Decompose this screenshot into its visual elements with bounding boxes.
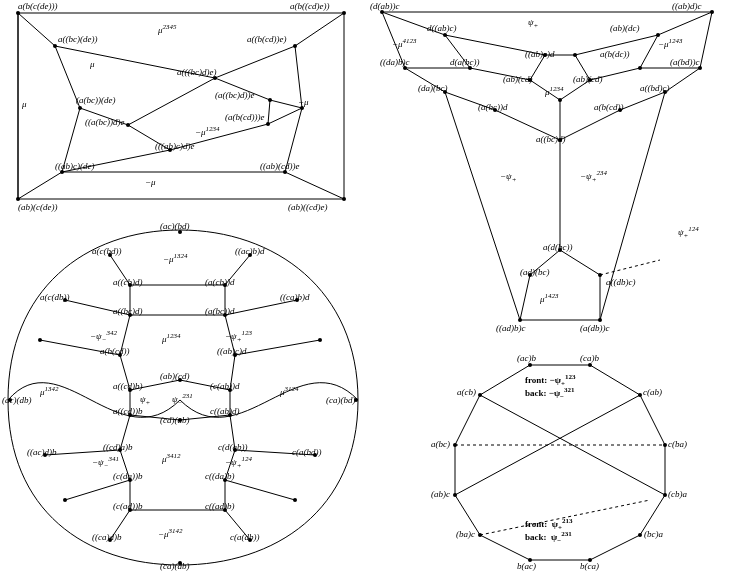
- face-label: μ3412: [162, 455, 181, 464]
- vertex-label: (ad)(bc): [520, 268, 549, 277]
- vertex-label: c(ab): [643, 388, 662, 397]
- svg-line-19: [215, 46, 295, 78]
- vertex-label: d((ab)c): [427, 24, 456, 33]
- vertex-label: a(b(cd)): [594, 103, 623, 112]
- vertex-label: b(ac): [517, 562, 536, 571]
- face-label: ψ−231: [172, 395, 193, 404]
- svg-line-62: [658, 12, 712, 35]
- svg-line-83: [560, 110, 620, 140]
- face-label: −μ3142: [158, 530, 183, 539]
- vertex-label: (ca)b: [580, 354, 599, 363]
- svg-line-90: [520, 275, 530, 320]
- vertex-label: (ab)c: [431, 490, 450, 499]
- vertex-label: (c(ad))b: [113, 502, 142, 511]
- vertex-label: ((ab)c)d: [525, 50, 554, 59]
- face-label: −ψ+123: [225, 332, 252, 341]
- vertex-label: c((ad)b): [205, 502, 234, 511]
- vertex-label: ((ab)d)c: [672, 2, 701, 11]
- face-label: −μ: [298, 98, 309, 107]
- vertex-label: (a((bc)d))e: [215, 91, 254, 100]
- face-label: ψ+124: [678, 228, 699, 237]
- vertex-label: (ab)(cd): [573, 75, 602, 84]
- vertex-label: (a(bc))d: [205, 307, 234, 316]
- vertex-label: ((ab)c)d: [217, 347, 246, 356]
- vertex-label: c((ab)d): [210, 407, 239, 416]
- vertex-label: ((ac)d)b: [27, 448, 56, 457]
- vertex-label: ((ab)c)(de): [55, 162, 94, 171]
- vertex-label: ((ad)b)c: [496, 324, 525, 333]
- svg-line-157: [225, 480, 295, 500]
- vertex-label: (c(da))b: [113, 472, 142, 481]
- vertex-label: a((bc)(de)): [58, 35, 97, 44]
- vertex-label: a((bc)d): [536, 135, 565, 144]
- face-label: μ: [90, 60, 95, 69]
- vertex-label: a(b(cd)): [100, 347, 129, 356]
- svg-line-138: [235, 340, 320, 355]
- vertex-label: ((cd)a)b: [103, 443, 132, 452]
- vertex-label: a(b((cd)e)): [290, 2, 329, 11]
- vertex-label: a(d(bc)): [543, 243, 572, 252]
- svg-line-34: [285, 172, 344, 199]
- vertex-label: ((da)b)c: [380, 58, 409, 67]
- vertex-label: a(c(db)): [40, 293, 69, 302]
- vertex-label: c(ba): [668, 440, 687, 449]
- vertex-label: (ab)(dc): [610, 24, 639, 33]
- vertex-label: a(c(bd)): [92, 247, 121, 256]
- legend-front-top: front: −ψ+123: [525, 376, 575, 385]
- legend-back-bot: back: ψ−231: [525, 533, 572, 542]
- svg-line-17: [295, 13, 344, 46]
- face-label: −μ4123: [392, 40, 417, 49]
- vertex-label: a((bc)d): [113, 307, 142, 316]
- vertex-label: (a(bd))c: [670, 58, 699, 67]
- face-label: −μ: [145, 178, 156, 187]
- vertex-label: (c(ab))d: [210, 382, 239, 391]
- svg-line-22: [128, 78, 215, 125]
- vertex-label: a((cd))b: [113, 407, 142, 416]
- vertex-label: ((ac)b)d: [235, 247, 264, 256]
- svg-line-93: [600, 260, 660, 275]
- vertex-label: ((ca)d)b: [92, 533, 121, 542]
- vertex-label: a((cb)d): [113, 278, 142, 287]
- face-label: μ: [22, 100, 27, 109]
- face-label: −ψ−342: [90, 332, 117, 341]
- vertex-label: (ab)(c(de)): [18, 203, 57, 212]
- vertex-label: (ba)c: [456, 530, 475, 539]
- svg-line-27: [268, 108, 302, 124]
- vertex-label: d(a(bc)): [450, 58, 479, 67]
- svg-line-26: [268, 100, 270, 124]
- face-label: −ψ+: [500, 172, 516, 181]
- vertex-label: (ab)(cd): [160, 372, 189, 381]
- vertex-label: a((bd)c): [640, 84, 669, 93]
- face-label: μ1234: [545, 88, 564, 97]
- vertex-label: (ab)(cd): [503, 75, 532, 84]
- vertex-label: (a(bc))d: [478, 103, 507, 112]
- face-label: −ψ+234: [580, 172, 607, 181]
- face-label: −μ1234: [195, 128, 220, 137]
- face-label: ψ+: [528, 18, 538, 27]
- vertex-label: c(d(ab)): [218, 443, 247, 452]
- legend-back-top: back: −ψ−321: [525, 389, 575, 398]
- vertex-label: c(a(db)): [230, 533, 259, 542]
- vertex-label: a((cd)b): [113, 382, 142, 391]
- legend-front-bot: front: ψ+213: [525, 520, 573, 529]
- face-label: ψ+: [140, 395, 150, 404]
- vertex-label: (a(db))c: [580, 324, 609, 333]
- svg-line-16: [18, 13, 55, 46]
- face-label: μ3124: [280, 388, 299, 397]
- face-label: μ1234: [162, 335, 181, 344]
- vertex-label: (cd)(ab): [160, 416, 189, 425]
- vertex-label: (d(ab))c: [370, 2, 399, 11]
- vertex-label: c(a(bd)): [292, 448, 321, 457]
- face-label: μ1423: [540, 295, 559, 304]
- svg-line-71: [640, 35, 658, 68]
- diagram-canvas: [0, 0, 729, 575]
- face-label: μ2345: [158, 26, 177, 35]
- vertex-label: (a(b(cd)))e: [225, 113, 264, 122]
- vertex-label: ((a(bc))d)e: [85, 118, 124, 127]
- svg-line-85: [445, 92, 520, 320]
- vertex-label: (ca)(db): [160, 562, 189, 571]
- vertex-label: (((ab)c)d)e: [155, 142, 194, 151]
- svg-line-89: [560, 250, 600, 275]
- vertex-label: (a(bc))(de): [76, 96, 115, 105]
- svg-line-69: [700, 12, 712, 68]
